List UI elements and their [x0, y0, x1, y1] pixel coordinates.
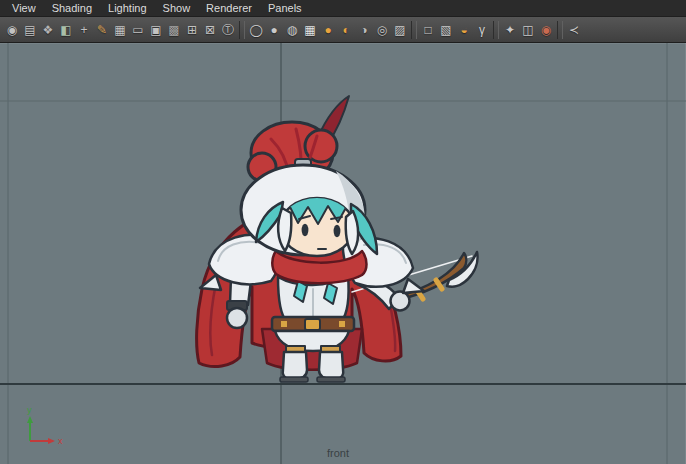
- stereo-icon[interactable]: ◫: [519, 20, 537, 40]
- character-illustration[interactable]: [197, 96, 478, 382]
- panel-menubar: View Shading Lighting Show Renderer Pane…: [0, 0, 686, 17]
- maya-viewport-panel: View Shading Lighting Show Renderer Pane…: [0, 0, 686, 464]
- toolbar-separator: [493, 21, 499, 39]
- textured-icon[interactable]: ◍: [283, 20, 301, 40]
- resolution-gate-icon[interactable]: ▣: [147, 20, 165, 40]
- image-plane-icon[interactable]: ◧: [57, 20, 75, 40]
- bookmarks-icon[interactable]: ❖: [39, 20, 57, 40]
- checker-cube-icon[interactable]: ▦: [301, 20, 319, 40]
- left-boot: [283, 352, 307, 379]
- paint-effects-icon[interactable]: ✦: [501, 20, 519, 40]
- grease-pencil-icon[interactable]: ✎: [93, 20, 111, 40]
- left-fist: [227, 308, 247, 328]
- panel-toolbar: ◉▤❖◧+✎▦▭▣▩⊞⊠Ⓣ◯●◍▦●◐◑◎▨□▧◒γ✦◫◉≺: [0, 17, 686, 43]
- safe-title-icon[interactable]: Ⓣ: [219, 20, 237, 40]
- toolbar-separator: [557, 21, 563, 39]
- film-gate-icon[interactable]: ▭: [129, 20, 147, 40]
- menu-view[interactable]: View: [4, 0, 44, 16]
- cheek-guard-right: [346, 211, 358, 254]
- toolbar-separator: [239, 21, 245, 39]
- exposure-icon[interactable]: ◒: [455, 20, 473, 40]
- menu-panels[interactable]: Panels: [260, 0, 310, 16]
- isolate-select-icon[interactable]: □: [419, 20, 437, 40]
- shadows-icon[interactable]: ◐: [337, 20, 355, 40]
- axis-gizmo: y x: [27, 405, 63, 446]
- camera-attributes-icon[interactable]: ▤: [21, 20, 39, 40]
- right-hand: [391, 292, 410, 311]
- gate-mask-icon[interactable]: ▩: [165, 20, 183, 40]
- right-boot: [319, 352, 343, 379]
- screen-space-ao-icon[interactable]: ◑: [355, 20, 373, 40]
- shaded-icon[interactable]: ●: [265, 20, 283, 40]
- wireframe-icon[interactable]: ◯: [247, 20, 265, 40]
- field-chart-icon[interactable]: ⊞: [183, 20, 201, 40]
- cheek-guard-left: [278, 208, 291, 251]
- axis-y-label: y: [27, 405, 32, 415]
- right-eye: [334, 225, 341, 237]
- left-eye: [302, 224, 309, 236]
- viewport-canvas: y x: [0, 43, 686, 464]
- menu-shading[interactable]: Shading: [44, 0, 100, 16]
- menu-renderer[interactable]: Renderer: [198, 0, 260, 16]
- two-d-pan-zoom-icon[interactable]: +: [75, 20, 93, 40]
- menu-lighting[interactable]: Lighting: [100, 0, 155, 16]
- menu-show[interactable]: Show: [155, 0, 199, 16]
- belt-buckle: [305, 319, 320, 330]
- safe-action-icon[interactable]: ⊠: [201, 20, 219, 40]
- viewport[interactable]: y x front: [0, 43, 686, 464]
- anti-aliasing-icon[interactable]: ▨: [391, 20, 409, 40]
- axis-x-label: x: [58, 436, 63, 446]
- toolbar-separator: [411, 21, 417, 39]
- select-camera-icon[interactable]: ◉: [3, 20, 21, 40]
- capture-icon[interactable]: ◉: [537, 20, 555, 40]
- x-ray-icon[interactable]: ▧: [437, 20, 455, 40]
- grid-icon[interactable]: ▦: [111, 20, 129, 40]
- share-icon[interactable]: ≺: [565, 20, 583, 40]
- motion-blur-icon[interactable]: ◎: [373, 20, 391, 40]
- gamma-icon[interactable]: γ: [473, 20, 491, 40]
- use-all-lights-icon[interactable]: ●: [319, 20, 337, 40]
